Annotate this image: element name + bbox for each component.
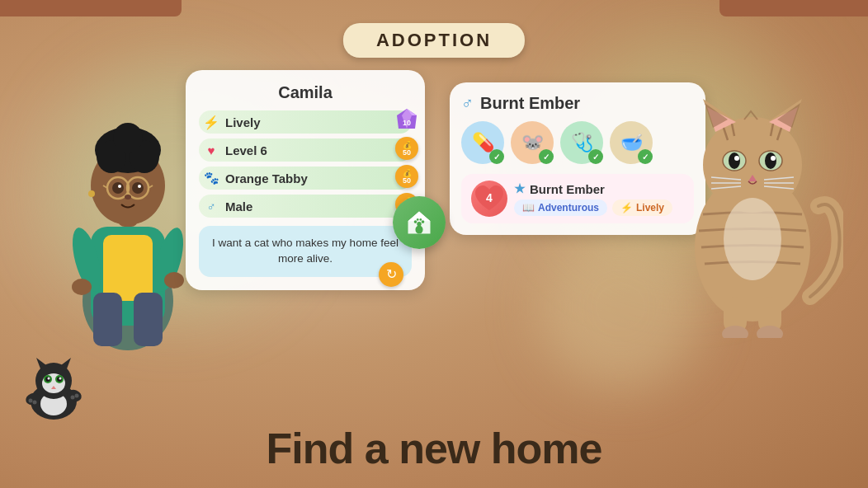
need-water-check: ✓: [489, 149, 504, 164]
level-cost: 💰 50: [395, 137, 418, 160]
level-label: Level 6: [225, 143, 267, 157]
svg-point-25: [164, 272, 184, 289]
svg-point-33: [422, 220, 425, 223]
match-name: ★ Burnt Ember: [514, 181, 684, 196]
match-info: ★ Burnt Ember 📖 Adventurous ⚡ Lively: [514, 181, 684, 216]
level-icon: ♥: [202, 141, 220, 159]
trait-adventurous: 📖 Adventurous: [514, 199, 607, 216]
adventurous-icon: 📖: [522, 202, 535, 214]
svg-point-54: [771, 156, 776, 161]
breed-cost: 💰 50: [395, 165, 418, 188]
match-star-icon: ★: [514, 181, 525, 196]
corner-cat: [17, 348, 91, 422]
need-play-icon: 🐭: [521, 132, 544, 153]
svg-point-17: [132, 182, 144, 194]
top-left-patch: [0, 0, 182, 16]
svg-point-31: [417, 222, 421, 226]
need-food-icon: 🥣: [620, 132, 643, 153]
svg-point-16: [112, 182, 124, 194]
left-card: Camila ⚡ Lively 10 ♥ Level 6 💰 50: [186, 70, 425, 290]
adoption-label: ADOPTION: [376, 30, 492, 50]
svg-point-34: [417, 218, 419, 221]
svg-point-52: [765, 152, 776, 169]
bottom-text-content: Find a new home: [267, 425, 602, 472]
adoption-banner: ADOPTION: [343, 23, 525, 58]
gender-label: Male: [225, 199, 252, 214]
svg-text:4: 4: [486, 191, 493, 204]
stat-bar-breed: 🐾 Orange Tabby: [199, 167, 412, 190]
cat-name-header: ♂ Burnt Ember: [461, 94, 694, 113]
cat-gender-icon: ♂: [461, 94, 474, 113]
need-play: 🐭 ✓: [511, 121, 554, 164]
svg-point-19: [138, 185, 141, 188]
cat-match-card: 4 ★ Burnt Ember 📖 Adventurous ⚡ Lively: [461, 174, 694, 223]
svg-text:10: 10: [403, 119, 411, 127]
gem-icon: 10: [394, 107, 420, 134]
svg-point-83: [75, 394, 79, 398]
heart-badge: 4: [471, 181, 507, 217]
cat-illustration: [662, 49, 843, 338]
cat-name: Burnt Ember: [480, 94, 580, 113]
stat-bar-gender: ♂ Male: [199, 195, 412, 218]
svg-rect-2: [103, 235, 153, 301]
stat-row-gender: ♂ Male 💰 30: [199, 195, 412, 218]
trait-tags: 📖 Adventurous ⚡ Lively: [514, 199, 684, 216]
corner-cat-svg: [17, 348, 91, 422]
need-play-check: ✓: [539, 149, 554, 164]
svg-point-80: [29, 399, 33, 403]
speech-text: I want a cat who makes my home feel more…: [212, 237, 399, 265]
svg-point-53: [734, 156, 739, 161]
lively-trait-icon: ⚡: [620, 202, 633, 214]
gender-icon: ♂: [202, 197, 220, 215]
need-health-check: ✓: [588, 149, 603, 164]
svg-point-35: [419, 218, 422, 221]
top-right-patch: [719, 0, 868, 16]
lively-label: Lively: [225, 115, 261, 129]
svg-rect-30: [416, 226, 423, 234]
bottom-text: Find a new home: [0, 424, 868, 473]
stat-row-level: ♥ Level 6 💰 50: [199, 138, 412, 162]
adopt-button[interactable]: [393, 196, 446, 249]
cat-svg: [662, 49, 843, 338]
stat-row-lively: ⚡ Lively 10: [199, 110, 412, 134]
lively-icon: ⚡: [202, 113, 220, 131]
adopt-icon: [404, 208, 434, 237]
refresh-button[interactable]: ↻: [379, 262, 403, 287]
stat-row-breed: 🐾 Orange Tabby 💰 50: [199, 167, 412, 190]
svg-point-76: [59, 378, 62, 380]
needs-row: 💊 ✓ 🐭 ✓ 🩺 ✓ 🥣 ✓: [461, 121, 694, 164]
svg-point-10: [113, 123, 143, 152]
need-food: 🥣 ✓: [610, 121, 653, 164]
breed-icon: 🐾: [202, 169, 220, 187]
need-water: 💊 ✓: [461, 121, 504, 164]
svg-point-21: [88, 190, 95, 197]
lively-trait-label: Lively: [636, 202, 664, 214]
svg-point-82: [71, 396, 75, 400]
svg-point-81: [33, 401, 37, 405]
breed-label: Orange Tabby: [225, 171, 308, 185]
heart-icon: 4: [471, 181, 507, 217]
svg-point-18: [118, 185, 121, 188]
need-food-check: ✓: [638, 149, 653, 164]
stat-bar-lively: ⚡ Lively: [199, 110, 412, 134]
need-water-icon: 💊: [472, 132, 494, 153]
svg-point-75: [48, 378, 50, 380]
svg-point-20: [125, 195, 131, 199]
svg-rect-4: [134, 293, 163, 346]
left-card-name: Camila: [199, 83, 412, 102]
svg-point-24: [72, 279, 92, 295]
svg-point-51: [729, 152, 740, 169]
speech-bubble: I want a cat who makes my home feel more…: [199, 226, 412, 277]
need-health-icon: 🩺: [571, 132, 593, 153]
stat-bar-level: ♥ Level 6: [199, 138, 412, 162]
svg-point-32: [414, 220, 417, 223]
svg-rect-3: [93, 293, 122, 346]
adventurous-label: Adventurous: [538, 202, 599, 214]
svg-point-64: [724, 198, 781, 280]
need-health: 🩺 ✓: [560, 121, 603, 164]
